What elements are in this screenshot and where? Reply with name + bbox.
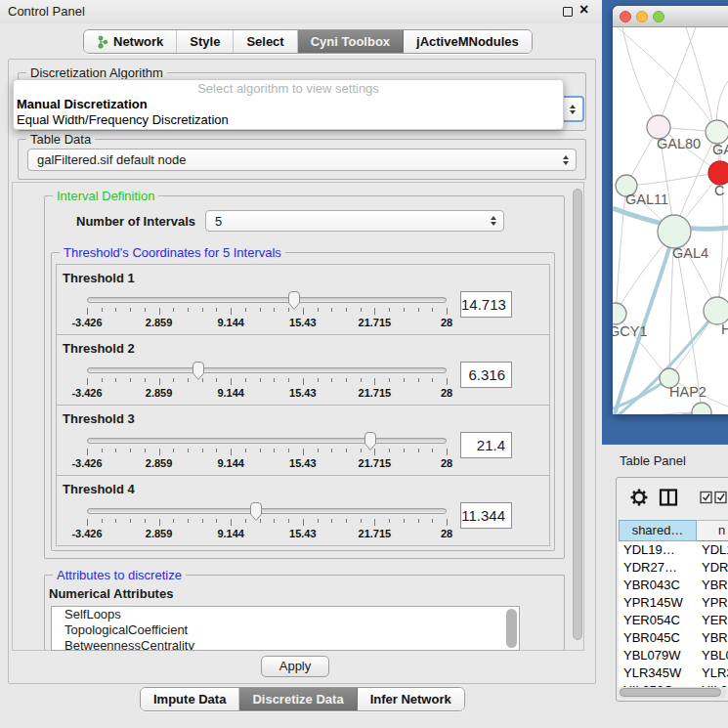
tab-infer-network[interactable]: Infer Network bbox=[358, 688, 464, 710]
table-cell[interactable]: YPR145W bbox=[623, 594, 696, 612]
table-cell[interactable]: YBL0 bbox=[702, 647, 728, 664]
tab-style[interactable]: Style bbox=[177, 30, 234, 53]
tab-cyni-toolbox[interactable]: Cyni Toolbox bbox=[298, 30, 404, 53]
table-data-combobox[interactable]: galFiltered.sif default node bbox=[27, 149, 577, 171]
table-row[interactable]: YPR145WYPR1 bbox=[619, 594, 728, 612]
zoom-traffic-light-icon[interactable] bbox=[653, 11, 664, 22]
slider-tick bbox=[102, 449, 103, 452]
slider-tick bbox=[331, 519, 332, 523]
threshold-2-slider[interactable] bbox=[87, 367, 447, 373]
table-row[interactable]: YBL079WYBL0 bbox=[619, 647, 728, 664]
slider-tick bbox=[374, 378, 375, 385]
network-window: GAL80 GA C GAL11 GAL4 GCY1 H HAP2 bbox=[613, 6, 728, 414]
vertical-scrollbar-thumb[interactable] bbox=[573, 189, 582, 640]
slider-tick bbox=[346, 449, 347, 452]
table-cell[interactable]: YBR0 bbox=[702, 577, 728, 594]
slider-tick bbox=[102, 519, 103, 523]
slider-tick bbox=[361, 519, 362, 523]
table-cell[interactable]: YLR345W bbox=[623, 664, 696, 682]
network-node[interactable] bbox=[704, 297, 728, 324]
slider-tick bbox=[418, 519, 419, 523]
tab-jactivemnodules[interactable]: jActiveMNodules bbox=[404, 30, 532, 53]
list-item[interactable]: TopologicalCoefficient bbox=[52, 622, 519, 638]
network-node[interactable] bbox=[692, 403, 711, 414]
threshold-4-value-field[interactable]: 11.344 bbox=[460, 502, 512, 529]
threshold-label: Threshold 3 bbox=[63, 411, 135, 426]
table-row[interactable]: YLR345WYLR3 bbox=[619, 664, 728, 682]
slider-tick bbox=[173, 519, 174, 523]
table-row[interactable]: YBR043CYBR0 bbox=[619, 577, 728, 594]
close-icon[interactable]: × bbox=[579, 1, 588, 19]
threshold-4-slider[interactable] bbox=[87, 508, 447, 514]
table-cell[interactable]: YLR3 bbox=[702, 664, 728, 682]
combo-stepper-icon bbox=[563, 155, 569, 165]
tab-network[interactable]: Network bbox=[84, 30, 177, 53]
tab-select[interactable]: Select bbox=[234, 30, 297, 53]
node-label: GCY1 bbox=[613, 323, 648, 339]
table-cell[interactable]: YPR1 bbox=[702, 594, 728, 612]
close-traffic-light-icon[interactable] bbox=[620, 11, 631, 22]
table-cell[interactable]: YBR045C bbox=[623, 629, 696, 647]
network-node-gcy1[interactable] bbox=[613, 303, 626, 324]
horizontal-scrollbar-thumb[interactable] bbox=[620, 688, 721, 697]
slider-tick bbox=[115, 308, 116, 312]
list-item[interactable]: SelfLoops bbox=[52, 607, 519, 622]
column-header-name[interactable]: n bbox=[697, 520, 728, 541]
slider-tick bbox=[245, 519, 246, 523]
combo-stepper-icon bbox=[570, 105, 576, 114]
apply-button[interactable]: Apply bbox=[261, 656, 329, 677]
list-scrollbar-thumb[interactable] bbox=[506, 609, 517, 648]
slider-tick bbox=[288, 519, 289, 523]
slider-tick bbox=[115, 378, 116, 382]
slider-tick bbox=[432, 449, 433, 452]
threshold-1-slider[interactable] bbox=[87, 297, 447, 303]
table-cell[interactable]: YDR27… bbox=[623, 559, 696, 577]
table-cell[interactable]: YBR0 bbox=[702, 629, 728, 647]
slider-tick bbox=[374, 308, 375, 315]
table-row[interactable]: YER054CYER0 bbox=[619, 612, 728, 629]
checkbox-icons[interactable] bbox=[700, 491, 728, 504]
table-row[interactable]: YBR045CYBR0 bbox=[619, 629, 728, 647]
slider-tick-labels: -3.4262.8599.14415.4321.71528 bbox=[87, 387, 447, 400]
slider-tick-label: 28 bbox=[441, 457, 452, 469]
table-cell[interactable]: YER0 bbox=[702, 612, 728, 629]
threshold-1-value-field[interactable]: 14.713 bbox=[460, 291, 512, 318]
table-cell[interactable]: YDL1 bbox=[702, 541, 728, 559]
threshold-4-panel: Threshold 4 -3.4262.8599.14415.4321.7152… bbox=[56, 475, 550, 546]
table-cell[interactable]: YBL079W bbox=[623, 647, 696, 664]
control-panel-titlebar: Control Panel × bbox=[0, 0, 604, 23]
table-cell[interactable]: YDL19… bbox=[623, 541, 696, 559]
gear-icon[interactable] bbox=[629, 488, 649, 507]
threshold-2-value-field[interactable]: 6.316 bbox=[460, 362, 512, 388]
threshold-3-slider[interactable] bbox=[87, 438, 447, 444]
network-node-selected-red[interactable] bbox=[708, 161, 728, 185]
tab-discretize-data[interactable]: Discretize Data bbox=[239, 688, 357, 710]
table-cell[interactable]: YDR2 bbox=[702, 559, 728, 577]
table-cell[interactable]: YER054C bbox=[623, 612, 696, 629]
slider-tick bbox=[130, 378, 131, 382]
slider-tick bbox=[288, 378, 289, 382]
slider-tick bbox=[159, 308, 160, 315]
slider-tick bbox=[389, 519, 390, 523]
table-row[interactable]: YDL19…YDL1 bbox=[619, 541, 728, 559]
popup-option-manual-discretization[interactable]: Manual Discretization bbox=[14, 97, 563, 112]
table-row[interactable]: YDR27…YDR2 bbox=[619, 559, 728, 577]
column-header-shared-name[interactable]: shared… bbox=[619, 520, 697, 541]
minimize-traffic-light-icon[interactable] bbox=[636, 11, 648, 22]
columns-icon[interactable] bbox=[659, 488, 678, 507]
slider-tick bbox=[318, 378, 319, 382]
threshold-3-value-field[interactable]: 21.4 bbox=[460, 432, 512, 458]
float-window-icon[interactable] bbox=[563, 7, 573, 17]
slider-tick-label: 21.715 bbox=[359, 317, 392, 328]
table-cell[interactable]: YBR043C bbox=[623, 577, 696, 594]
slider-tick bbox=[188, 378, 189, 382]
slider-tick-label: 2.859 bbox=[146, 387, 173, 399]
number-of-intervals-combobox[interactable]: 5 bbox=[205, 210, 504, 232]
list-item[interactable]: BetweennessCentrality bbox=[52, 638, 519, 651]
popup-option-equal-width-frequency[interactable]: Equal Width/Frequency Discretization bbox=[14, 112, 563, 128]
tab-impute-data[interactable]: Impute Data bbox=[141, 688, 239, 710]
slider-tick bbox=[245, 308, 246, 312]
network-node-gal4[interactable] bbox=[658, 215, 691, 248]
network-node[interactable] bbox=[706, 120, 728, 144]
slider-tick bbox=[447, 519, 448, 526]
